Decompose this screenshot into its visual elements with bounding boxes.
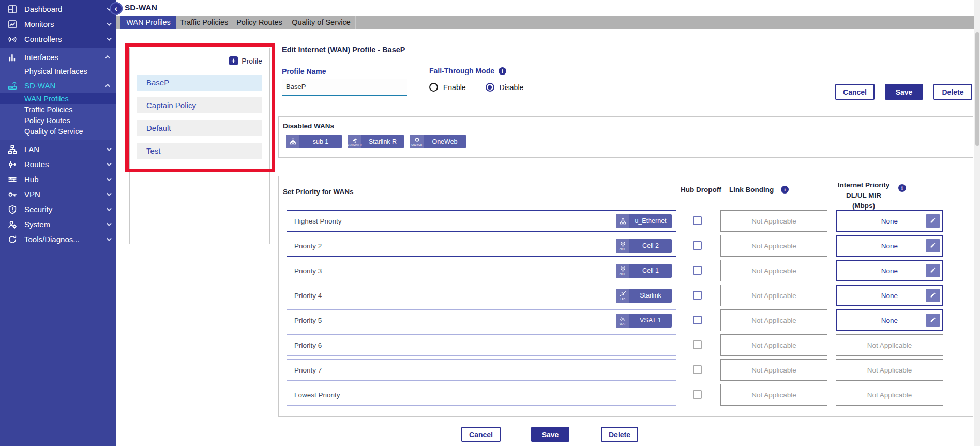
sidebar-collapse-button[interactable]: ‹ [110,2,123,15]
priority-row-priority-4[interactable]: Priority 4LEOStarlink [287,285,676,306]
priority-row-lowest-priority[interactable]: Lowest Priority [287,384,676,406]
info-icon[interactable]: i [499,67,506,75]
internet-priority-field[interactable]: None [836,285,943,306]
priority-row-label: Priority 7 [294,366,322,374]
sidebar-item-physical-interfaces[interactable]: Physical Interfaces [0,65,116,78]
link-bonding-field: Not Applicable [720,210,827,232]
tab-traffic-policies[interactable]: Traffic Policies [176,16,232,29]
wan-badge-starlink[interactable]: LEOStarlink [616,289,672,303]
sidebar-item-wan-profiles[interactable]: WAN Profiles [0,93,116,104]
internet-priority-value: Not Applicable [867,366,912,374]
wan-badge-u-ethernet[interactable]: u_Ethernet [616,214,672,228]
lan-icon [7,144,18,155]
vpn-icon [7,189,18,200]
disabled-wans-badges: sub 1STARLINK-RStarlink RONEWEBOneWeb [286,135,466,148]
interfaces-icon [7,52,18,63]
hub-dropoff-checkbox[interactable] [693,266,702,275]
sidebar-item-traffic-policies[interactable]: Traffic Policies [0,104,116,115]
tab-wan-profiles[interactable]: WAN Profiles [120,16,176,29]
edit-pencil-button[interactable] [926,239,940,252]
badge-caption: CELL [620,273,626,275]
chevron-up-icon [105,84,110,89]
internet-priority-field[interactable]: None [836,260,943,281]
scrollbar-thumb[interactable] [975,32,979,146]
wan-badge-cell-1[interactable]: CELLCell 1 [616,264,672,278]
delete-button-bottom[interactable]: Delete [601,427,638,442]
disabled-wans-panel: Disabled WANs sub 1STARLINK-RStarlink RO… [278,116,973,158]
sidebar-item-dashboard[interactable]: Dashboard [0,2,116,17]
priority-row-priority-6[interactable]: Priority 6 [287,334,676,356]
edit-pencil-button[interactable] [926,314,940,327]
sidebar-item-monitors[interactable]: Monitors [0,17,116,32]
edit-pencil-button[interactable] [926,264,940,277]
add-profile-button[interactable]: Profile [229,56,262,65]
sidebar-item-routes[interactable]: Routes [0,157,116,172]
chevron-down-icon [107,146,112,151]
wan-badge-oneweb[interactable]: ONEWEBOneWeb [410,135,466,148]
badge-label: Starlink [629,289,672,303]
delete-button-top[interactable]: Delete [933,84,972,100]
sidebar-item-label: Security [24,205,52,214]
internet-priority-value: None [881,242,898,250]
chevron-down-icon [107,206,112,211]
dish-icon: STARLINK-R [348,135,361,148]
sidebar-item-quality-of-service[interactable]: Quality of Service [0,126,116,137]
priority-row-priority-3[interactable]: Priority 3CELLCell 1 [287,260,676,281]
priority-row-label: Priority 2 [294,242,322,250]
sidebar-item-vpn[interactable]: VPN [0,187,116,202]
edit-pencil-button[interactable] [926,289,940,302]
tab-bar: WAN ProfilesTraffic PoliciesPolicy Route… [116,16,980,29]
save-button-bottom[interactable]: Save [531,427,569,442]
internet-priority-field[interactable]: None [836,210,943,232]
priority-row-priority-5[interactable]: Priority 5VSATVSAT 1 [287,309,676,331]
hub-dropoff-checkbox[interactable] [693,316,702,324]
sidebar-item-hub[interactable]: Hub [0,172,116,187]
disable-radio[interactable] [486,83,494,92]
wan-badge-vsat-1[interactable]: VSATVSAT 1 [616,314,672,328]
link-bonding-header-label: Link Bonding [729,186,774,194]
sidebar-item-label: Interfaces [24,53,58,62]
priority-panel: Set Priority for WANs Hub Dropoff Link B… [278,176,973,417]
wan-badge-starlink-r[interactable]: STARLINK-RStarlink R [348,135,404,148]
sidebar-item-lan[interactable]: LAN [0,142,116,157]
wan-badge-cell-2[interactable]: CELLCell 2 [616,239,672,253]
cancel-button-bottom[interactable]: Cancel [461,427,501,442]
sidebar-item-security[interactable]: Security [0,202,116,217]
save-button-top[interactable]: Save [885,84,923,100]
sidebar-item-interfaces[interactable]: Interfaces [0,50,116,65]
chevron-down-icon [107,36,112,41]
wan-badge-sub-1[interactable]: sub 1 [286,135,342,148]
internet-priority-field[interactable]: None [836,235,943,257]
priority-row-priority-7[interactable]: Priority 7 [287,359,676,381]
enable-radio[interactable] [429,83,438,92]
internet-priority-field[interactable]: None [836,309,943,331]
sidebar-item-policy-routes[interactable]: Policy Routes [0,115,116,126]
profile-item-test[interactable]: Test [137,143,262,159]
info-icon[interactable]: i [898,184,906,192]
link-bonding-field: Not Applicable [720,235,827,257]
tab-policy-routes[interactable]: Policy Routes [232,16,287,29]
hub-dropoff-checkbox[interactable] [693,216,702,225]
sidebar-item-system[interactable]: System [0,217,116,232]
sidebar-item-tools-diagnos[interactable]: Tools/Diagnos... [0,232,116,247]
priority-row-highest-priority[interactable]: Highest Priorityu_Ethernet [287,210,676,232]
app-root: DashboardMonitorsControllersInterfacesPh… [0,0,980,446]
sidebar-item-label: Quality of Service [24,127,83,136]
hub-dropoff-checkbox[interactable] [693,291,702,300]
sidebar-item-label: Controllers [24,35,62,43]
sidebar-item-sd-wan[interactable]: SD-WAN [0,78,116,93]
priority-row-priority-2[interactable]: Priority 2CELLCell 2 [287,235,676,257]
badge-label: Starlink R [361,135,404,148]
profile-item-basep[interactable]: BaseP [137,75,262,91]
cancel-button-top[interactable]: Cancel [835,84,875,100]
hub-dropoff-checkbox[interactable] [693,241,702,250]
tab-quality-of-service[interactable]: Quality of Service [287,16,356,29]
profile-item-default[interactable]: Default [137,120,262,136]
profile-item-captain-policy[interactable]: Captain Policy [137,97,262,113]
info-icon[interactable]: i [781,186,789,194]
edit-pencil-button[interactable] [926,214,940,228]
profile-name-input[interactable] [282,79,407,96]
sidebar-item-controllers[interactable]: Controllers [0,32,116,47]
profile-items: BasePCaptain PolicyDefaultTest [130,75,269,159]
vertical-scrollbar[interactable] [974,0,980,446]
